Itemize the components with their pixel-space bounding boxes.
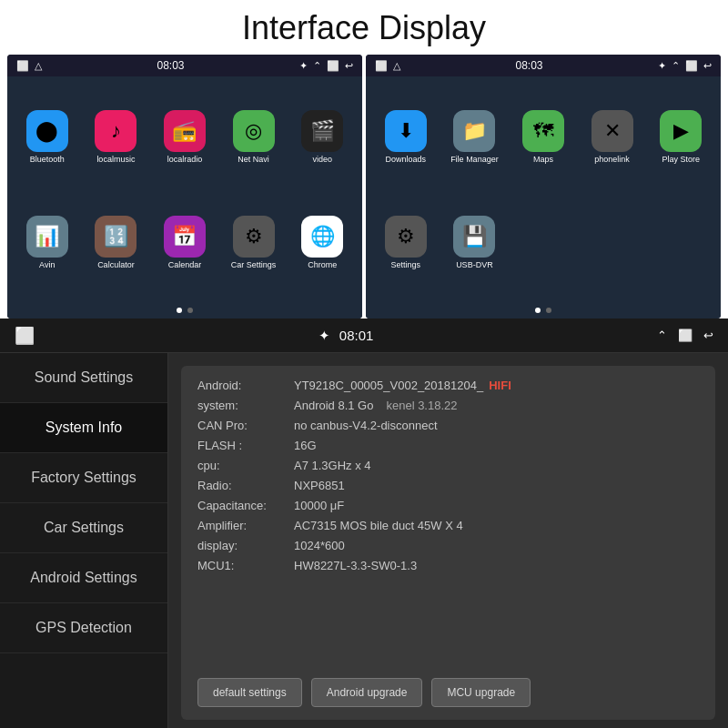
app-grid-1: ⬤Bluetooth♪localmusic📻localradio◎Net Nav… (7, 76, 362, 302)
back-icon-2: ↩ (703, 60, 712, 72)
app-icon-image: ✕ (592, 110, 633, 152)
screenshot-1: ⬜ △ 08:03 ✦ ⌃ ⬜ ↩ ⬤Bluetooth♪localmusic📻… (7, 55, 362, 318)
app-icon-item[interactable]: 📁File Manager (450, 110, 499, 164)
app-icon-item[interactable]: ⬤Bluetooth (26, 110, 68, 164)
sidebar-item-gps-detection[interactable]: GPS Detection (0, 603, 167, 653)
back-icon-head: ↩ (703, 329, 713, 342)
info-label: Amplifier: (197, 519, 288, 532)
sidebar-item-factory-settings[interactable]: Factory Settings (0, 453, 167, 503)
screenshot-2: ⬜ △ 08:03 ✦ ⌃ ⬜ ↩ ⬇Downloads📁File Manage… (366, 55, 721, 318)
dot-inactive-2 (546, 308, 551, 313)
screen-icon-head: ⬜ (678, 329, 693, 342)
app-icon-label: Calendar (168, 260, 202, 269)
app-icon-item[interactable]: ◎Net Navi (233, 110, 275, 164)
system-info-content: Android:YT9218C_00005_V002_20181204_HIFI… (197, 379, 699, 572)
info-row-8: display:1024*600 (197, 539, 699, 552)
app-icon-label: Net Navi (238, 155, 269, 164)
alert-icon-2: △ (393, 60, 400, 72)
sidebar-item-system-info[interactable]: System Info (0, 403, 167, 453)
info-row-4: cpu:A7 1.3GHz x 4 (197, 459, 699, 472)
head-unit-statusbar: ⬜ ✦ 08:01 ⌃ ⬜ ↩ (0, 318, 728, 353)
info-label: FLASH : (197, 439, 288, 452)
screen-icon-1: ⬜ (327, 60, 339, 72)
settings-btn-2[interactable]: MCU upgrade (431, 678, 531, 707)
app-icon-image: ⚙ (233, 216, 275, 258)
info-value: NXP6851 (294, 479, 345, 492)
bt-icon-head: ✦ (318, 328, 330, 343)
app-icon-item[interactable]: ⚙Settings (385, 216, 427, 269)
info-row-5: Radio:NXP6851 (197, 479, 699, 492)
info-value: no canbus-V4.2-disconnect (294, 419, 438, 432)
arrow-icon-2: ⌃ (672, 60, 680, 72)
sidebar-item-android-settings[interactable]: Android Settings (0, 553, 167, 603)
time-head: 08:01 (339, 328, 374, 343)
info-label: Capacitance: (197, 499, 288, 512)
info-value: 1024*600 (294, 539, 345, 552)
app-icon-item[interactable]: ♪localmusic (95, 110, 136, 164)
info-value: YT9218C_00005_V002_20181204_ (294, 379, 483, 392)
app-icon-item[interactable]: ⚙Car Settings (231, 216, 277, 269)
back-icon-1: ↩ (345, 60, 353, 72)
dot-inactive (187, 308, 193, 313)
info-row-0: Android:YT9218C_00005_V002_20181204_HIFI (197, 379, 699, 392)
app-icon-item[interactable]: 📊Avin (26, 216, 68, 269)
app-icon-item[interactable]: 💾USB-DVR (453, 216, 495, 269)
app-icon-label: phonelink (594, 155, 630, 164)
info-row-9: MCU1:HW8227L-3.3-SW0-1.3 (197, 559, 699, 572)
app-icon-item[interactable]: 📻localradio (164, 110, 206, 164)
settings-panel: Android:YT9218C_00005_V002_20181204_HIFI… (168, 353, 728, 728)
bt-icon-1: ✦ (299, 60, 308, 72)
info-extra: kenel 3.18.22 (386, 399, 457, 412)
dots-2 (366, 302, 721, 318)
app-icon-image: 💾 (453, 216, 495, 258)
info-label: cpu: (197, 459, 288, 472)
app-icon-label: video (312, 155, 332, 164)
page-title: Interface Display (0, 0, 728, 55)
app-icon-item[interactable]: 🗺Maps (522, 110, 564, 164)
head-unit-panel: ⬜ ✦ 08:01 ⌃ ⬜ ↩ Sound SettingsSystem Inf… (0, 318, 728, 728)
sidebar-item-sound-settings[interactable]: Sound Settings (0, 353, 167, 403)
info-value: HW8227L-3.3-SW0-1.3 (294, 559, 417, 572)
sidebar-item-car-settings[interactable]: Car Settings (0, 503, 167, 553)
app-icon-item[interactable]: 🎬video (301, 110, 343, 164)
app-icon-label: USB-DVR (456, 260, 493, 269)
app-icon-item[interactable]: ⬇Downloads (385, 110, 427, 164)
app-icon-label: Bluetooth (30, 155, 65, 164)
app-icon-image: ⬇ (385, 110, 427, 152)
app-icon-image: ⚙ (385, 216, 427, 258)
settings-btn-1[interactable]: Android upgrade (311, 678, 423, 707)
sidebar: Sound SettingsSystem InfoFactory Setting… (0, 353, 168, 728)
info-label: Android: (197, 379, 288, 392)
info-label: CAN Pro: (197, 419, 288, 432)
alert-icon: △ (35, 60, 42, 72)
app-icon-item[interactable]: ✕phonelink (592, 110, 633, 164)
app-icon-label: Chrome (308, 260, 337, 269)
app-icon-image: 🔢 (95, 216, 136, 258)
app-icon-image: 📻 (164, 110, 206, 152)
info-label: Radio: (197, 479, 288, 492)
app-icon-image: 📅 (164, 216, 206, 258)
app-icon-item[interactable]: 📅Calendar (164, 216, 206, 269)
app-icon-image: ⬤ (26, 110, 68, 152)
dot-active-2 (535, 308, 541, 313)
info-value: AC7315 MOS bile duct 45W X 4 (294, 519, 463, 532)
settings-btn-0[interactable]: default settings (197, 678, 302, 707)
app-icon-image: ▶ (660, 110, 702, 152)
app-icon-label: Car Settings (231, 260, 277, 269)
home-icon-head: ⬜ (15, 326, 35, 346)
info-row-1: system:Android 8.1 Gokenel 3.18.22 (197, 399, 699, 412)
bt-icon-2: ✦ (658, 60, 666, 72)
time-display-2: 08:03 (515, 59, 542, 72)
info-value: Android 8.1 Go (294, 399, 373, 412)
dots-1 (7, 302, 362, 318)
info-value: 16G (294, 439, 317, 452)
screenshots-row: ⬜ △ 08:03 ✦ ⌃ ⬜ ↩ ⬤Bluetooth♪localmusic📻… (0, 55, 728, 318)
app-icon-item[interactable]: ▶Play Store (660, 110, 702, 164)
app-icon-item[interactable]: 🌐Chrome (301, 216, 343, 269)
screen-icon-2: ⬜ (685, 60, 698, 72)
app-icon-item[interactable]: 🔢Calculator (95, 216, 136, 269)
info-row-2: CAN Pro:no canbus-V4.2-disconnect (197, 419, 699, 432)
app-icon-image: 🎬 (301, 110, 343, 152)
info-label: MCU1: (197, 559, 288, 572)
app-icon-label: File Manager (450, 155, 499, 164)
